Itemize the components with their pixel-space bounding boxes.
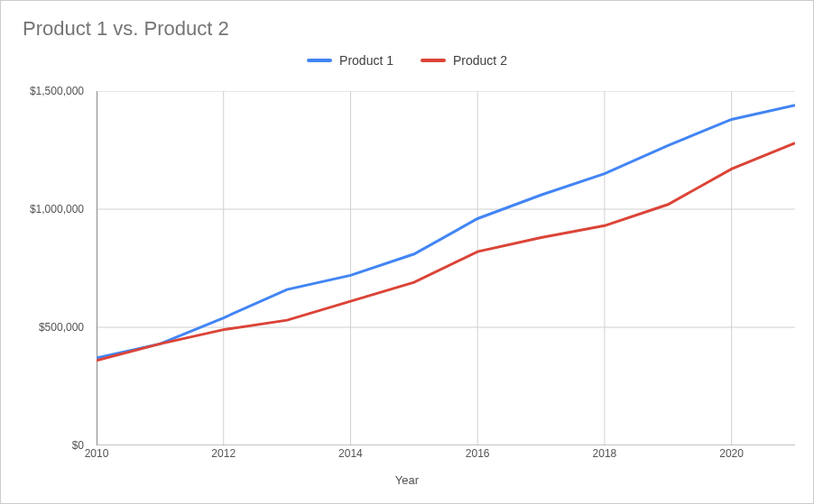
legend-swatch-2: [421, 59, 446, 62]
legend-item-product-1: Product 1: [307, 53, 393, 68]
legend: Product 1 Product 2: [1, 53, 813, 68]
y-tick-label: $1,000,000: [30, 203, 84, 215]
chart-container: Product 1 vs. Product 2 Product 1 Produc…: [0, 0, 814, 504]
y-tick-label: $500,000: [39, 321, 84, 334]
chart-title: Product 1 vs. Product 2: [1, 1, 813, 41]
x-tick-label: 2020: [719, 447, 744, 460]
y-axis-labels: $0$500,000$1,000,000$1,500,000: [26, 91, 89, 445]
x-tick-label: 2014: [338, 447, 363, 460]
x-axis-labels: 201020122014201620182020: [97, 447, 795, 465]
legend-label-1: Product 1: [339, 53, 393, 68]
x-tick-label: 2018: [593, 447, 617, 460]
y-tick-label: $0: [72, 439, 84, 452]
legend-label-2: Product 2: [453, 53, 507, 68]
x-tick-label: 2012: [211, 447, 236, 460]
plot-area: [97, 91, 795, 445]
x-tick-label: 2010: [85, 447, 109, 460]
legend-item-product-2: Product 2: [421, 53, 507, 68]
plot-svg: [97, 91, 795, 445]
plot-wrap: $0$500,000$1,000,000$1,500,000 201020122…: [26, 91, 795, 445]
legend-swatch-1: [307, 59, 332, 62]
y-tick-label: $1,500,000: [30, 85, 84, 97]
x-tick-label: 2016: [466, 447, 490, 460]
series-line: [97, 105, 795, 358]
x-axis-title: Year: [1, 473, 813, 487]
